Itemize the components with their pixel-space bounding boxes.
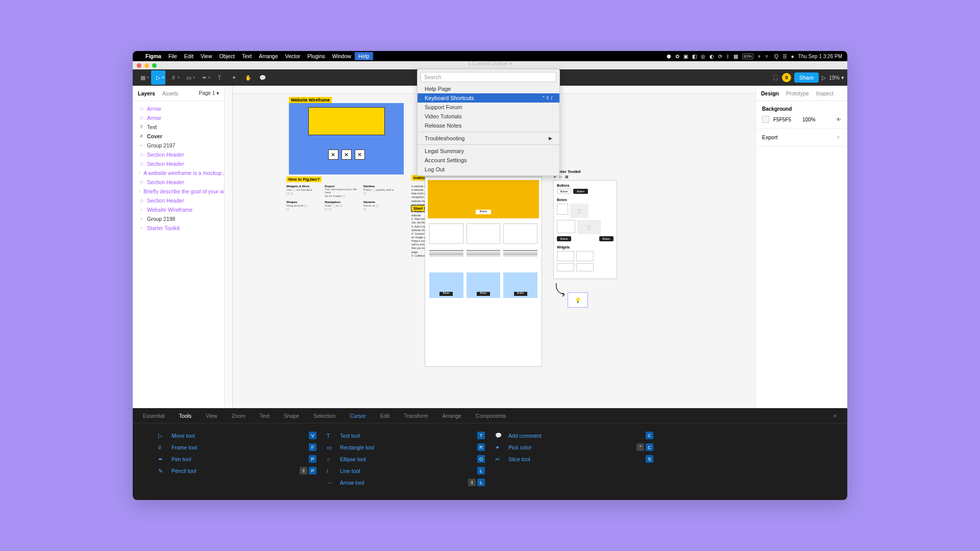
shortcut-item: TText toolT <box>327 430 485 441</box>
help-item-legal[interactable]: Legal Summary <box>418 146 559 156</box>
shortcuts-tab[interactable]: View <box>206 413 217 419</box>
avatar[interactable]: S <box>782 73 791 82</box>
app-window: Figma File Edit View Object Text Arrange… <box>133 51 847 500</box>
note-new-figjam: New to FigJam? <box>286 177 322 182</box>
background-heading: Background <box>762 106 841 112</box>
shortcut-item: ✦Pick color⌃C <box>495 441 653 453</box>
starter-toolkit[interactable]: Starter Toolkit ✕ ▷ ▤ ButtonsButtonButto… <box>553 169 617 308</box>
figjam-guide-block: Widgets & MoreCan ⬚ be handled▢ ▢ Export… <box>286 185 399 236</box>
layer-item[interactable]: ◇Arrow <box>133 104 224 113</box>
layer-item[interactable]: ▫Group 2198 <box>133 214 224 223</box>
menu-file[interactable]: File <box>165 52 181 60</box>
tab-assets[interactable]: Assets <box>162 90 179 96</box>
shortcut-item: ▭Rectangle toolR <box>327 441 485 453</box>
menu-window[interactable]: Window <box>329 52 355 60</box>
menubar-app[interactable]: Figma <box>142 52 165 60</box>
tab-inspect[interactable]: Inspect <box>816 90 834 96</box>
shortcuts-tab[interactable]: Essential <box>143 413 165 419</box>
shortcuts-tab[interactable]: Edit <box>380 413 389 419</box>
page-dropdown[interactable]: Page 1 ▾ <box>199 90 219 96</box>
menu-help[interactable]: Help <box>355 52 373 60</box>
help-item-keyboard-shortcuts[interactable]: Keyboard Shortcuts⌃⇧ / <box>418 93 559 103</box>
shortcuts-tab[interactable]: Text <box>260 413 270 419</box>
layer-item[interactable]: ▫Website Wireframe <box>133 205 224 214</box>
export-add-icon[interactable]: ＋ <box>836 134 841 141</box>
menubar-status-icons: ⬢✿▣◧◎◐⟳ᛒ▦83%⚡︎ᯤQ☰● Thu Sep 1 3:26 PM <box>667 54 842 59</box>
menubar-clock: Thu Sep 1 3:26 PM <box>798 54 842 59</box>
menu-object[interactable]: Object <box>216 52 238 60</box>
shortcuts-panel: EssentialToolsViewZoomTextShapeSelection… <box>133 408 847 500</box>
close-dot[interactable] <box>137 63 141 68</box>
zoom-dot[interactable] <box>152 63 157 68</box>
shortcut-item: ▷Move toolV <box>158 430 316 441</box>
shortcuts-tab[interactable]: Transform <box>404 413 428 419</box>
help-item-troubleshooting[interactable]: Troubleshooting▶ <box>418 134 559 143</box>
shortcuts-tab[interactable]: Zoom <box>232 413 246 419</box>
menu-plugins[interactable]: Plugins <box>304 52 328 60</box>
bg-hex[interactable]: F5F5F5 <box>773 117 791 122</box>
shortcut-item: ✎Pencil tool⇧P <box>158 465 316 477</box>
help-search[interactable]: Search <box>421 72 556 82</box>
shortcut-item: 💬Add commentC <box>495 430 653 441</box>
bg-swatch[interactable] <box>762 116 769 123</box>
right-panel: Design Prototype Inspect Background F5F5… <box>755 86 847 408</box>
layer-item[interactable]: ◇Section Header <box>133 159 224 168</box>
headphones-icon[interactable]: 🎧 <box>772 74 779 81</box>
visibility-icon[interactable]: 👁 <box>836 117 841 122</box>
shortcut-item: ○Ellipse toolO <box>327 453 485 465</box>
help-dropdown: Search Help Page Keyboard Shortcuts⌃⇧ / … <box>417 69 560 176</box>
tab-prototype[interactable]: Prototype <box>786 90 809 96</box>
layer-item[interactable]: ◇Arrow <box>133 113 224 122</box>
shortcuts-tab[interactable]: Tools <box>179 413 192 419</box>
layer-item[interactable]: ◇Section Header <box>133 196 224 205</box>
help-item-help-page[interactable]: Help Page <box>418 84 559 93</box>
bg-opacity[interactable]: 100% <box>802 117 816 122</box>
shortcuts-close-icon[interactable]: ✕ <box>832 413 837 419</box>
layer-item[interactable]: ▫Starter Toolkit <box>133 223 224 233</box>
help-item-support-forum[interactable]: Support Forum <box>418 103 559 112</box>
shortcuts-tab[interactable]: Components <box>476 413 506 419</box>
shortcut-item: #Frame toolF <box>158 441 316 453</box>
mac-menubar: Figma File Edit View Object Text Arrange… <box>133 51 847 61</box>
layer-item[interactable]: ▫Briefly describe the goal of your w... <box>133 187 224 196</box>
export-heading: Export <box>762 134 777 140</box>
menu-text[interactable]: Text <box>238 52 255 60</box>
share-button[interactable]: Share <box>794 72 819 83</box>
menu-vector[interactable]: Vector <box>282 52 304 60</box>
help-item-account[interactable]: Account Settings <box>418 156 559 165</box>
shortcut-item: ✂Slice toolS <box>495 453 653 465</box>
layer-item[interactable]: ▫Group 2197 <box>133 141 224 150</box>
shortcuts-tab[interactable]: Cursor <box>350 413 366 419</box>
comment-tool-icon[interactable]: 💬 <box>255 70 270 85</box>
cover-frame[interactable]: ✕✕✕ <box>289 103 404 174</box>
shortcuts-tab[interactable]: Shape <box>284 413 299 419</box>
wireframe-frame[interactable]: Website Wireframe Button ButtonButtonBut… <box>425 173 542 367</box>
layer-item[interactable]: ◇Section Header <box>133 150 224 159</box>
layer-item[interactable]: TText <box>133 122 224 132</box>
shortcuts-tab[interactable]: Arrange <box>442 413 461 419</box>
present-icon[interactable]: ▷ <box>822 74 826 81</box>
shortcut-item: →Arrow tool⇧L <box>327 477 485 488</box>
menu-view[interactable]: View <box>197 52 216 60</box>
layer-item[interactable]: ▫A website wireframe is a mockup ... <box>133 168 224 178</box>
help-item-release-notes[interactable]: Release Notes <box>418 121 559 130</box>
hand-tool-icon[interactable]: ✋ <box>241 70 255 85</box>
tab-title: s Content Outline ▾ <box>468 61 511 66</box>
layer-item[interactable]: ◇Section Header <box>133 178 224 187</box>
shortcut-item: ✒Pen toolP <box>158 453 316 465</box>
text-tool-icon[interactable]: T <box>212 70 227 85</box>
layer-list: ◇Arrow◇ArrowTText#Cover▫Group 2197◇Secti… <box>133 101 224 236</box>
zoom-level[interactable]: 19% ▾ <box>829 74 844 81</box>
menu-arrange[interactable]: Arrange <box>255 52 281 60</box>
tab-layers[interactable]: Layers <box>138 90 155 96</box>
layer-item[interactable]: #Cover <box>133 132 224 141</box>
minimize-dot[interactable] <box>144 63 149 68</box>
menu-edit[interactable]: Edit <box>181 52 197 60</box>
shortcuts-tab[interactable]: Selection <box>313 413 335 419</box>
help-item-video-tutorials[interactable]: Video Tutorials <box>418 112 559 121</box>
label-website-wireframe: Website Wireframe <box>289 97 332 103</box>
tab-design[interactable]: Design <box>761 90 779 96</box>
resources-icon[interactable]: ✦ <box>227 70 241 85</box>
shortcut-item: /Line toolL <box>327 465 485 477</box>
help-item-logout[interactable]: Log Out <box>418 165 559 174</box>
